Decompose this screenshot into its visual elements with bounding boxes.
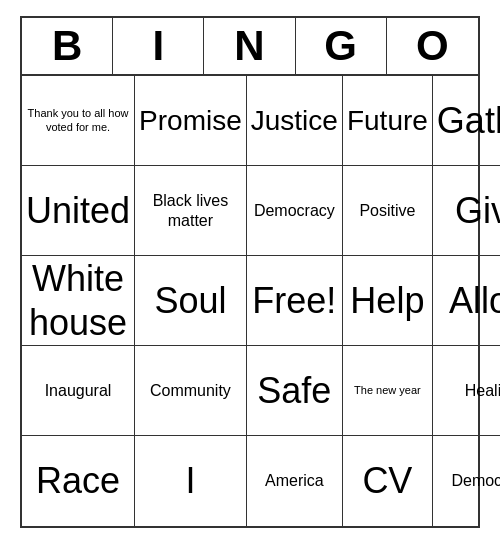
cell-text: Justice	[251, 104, 338, 138]
header-letter: I	[113, 18, 204, 74]
cell-text: Healing	[465, 381, 500, 400]
cell-text: Positive	[359, 201, 415, 220]
bingo-cell: Black lives matter	[135, 166, 247, 256]
cell-text: The new year	[354, 384, 421, 397]
cell-text: Thank you to all how voted for me.	[26, 107, 130, 133]
bingo-cell: Safe	[247, 346, 343, 436]
bingo-cell: Thank you to all how voted for me.	[22, 76, 135, 166]
bingo-cell: Gather	[433, 76, 500, 166]
cell-text: Promise	[139, 104, 242, 138]
header-letter: O	[387, 18, 478, 74]
bingo-cell: Healing	[433, 346, 500, 436]
bingo-cell: Future	[343, 76, 433, 166]
bingo-cell: Help	[343, 256, 433, 346]
cell-text: Soul	[154, 279, 226, 322]
header-letter: G	[296, 18, 387, 74]
cell-text: CV	[362, 459, 412, 502]
cell-text: Help	[350, 279, 424, 322]
bingo-cell: Allow	[433, 256, 500, 346]
cell-text: Democracy	[254, 201, 335, 220]
header-letter: B	[22, 18, 113, 74]
cell-text: Free!	[252, 279, 336, 322]
cell-text: Future	[347, 104, 428, 138]
bingo-cell: Free!	[247, 256, 343, 346]
bingo-cell: Democracy	[433, 436, 500, 526]
bingo-cell: Promise	[135, 76, 247, 166]
cell-text: I	[185, 459, 195, 502]
bingo-cell: Justice	[247, 76, 343, 166]
cell-text: Race	[36, 459, 120, 502]
bingo-cell: Race	[22, 436, 135, 526]
bingo-cell: Inaugural	[22, 346, 135, 436]
bingo-cell: Give	[433, 166, 500, 256]
bingo-cell: Positive	[343, 166, 433, 256]
bingo-cell: CV	[343, 436, 433, 526]
bingo-cell: United	[22, 166, 135, 256]
bingo-cell: White house	[22, 256, 135, 346]
cell-text: Black lives matter	[139, 191, 242, 229]
cell-text: Gather	[437, 99, 500, 142]
cell-text: Safe	[257, 369, 331, 412]
bingo-cell: Soul	[135, 256, 247, 346]
bingo-grid: Thank you to all how voted for me.Promis…	[22, 76, 478, 526]
bingo-cell: Democracy	[247, 166, 343, 256]
header-letter: N	[204, 18, 295, 74]
bingo-cell: Community	[135, 346, 247, 436]
cell-text: Give	[455, 189, 500, 232]
cell-text: White house	[26, 257, 130, 343]
cell-text: Community	[150, 381, 231, 400]
cell-text: Inaugural	[45, 381, 112, 400]
cell-text: United	[26, 189, 130, 232]
bingo-cell: America	[247, 436, 343, 526]
cell-text: Democracy	[451, 471, 500, 490]
bingo-header: BINGO	[22, 18, 478, 76]
bingo-cell: The new year	[343, 346, 433, 436]
cell-text: America	[265, 471, 324, 490]
cell-text: Allow	[449, 279, 500, 322]
bingo-cell: I	[135, 436, 247, 526]
bingo-card: BINGO Thank you to all how voted for me.…	[20, 16, 480, 528]
